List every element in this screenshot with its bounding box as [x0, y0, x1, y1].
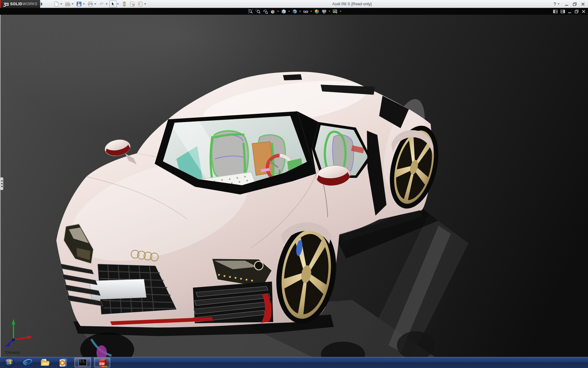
section-view-icon[interactable] [269, 8, 276, 14]
heads-up-toolbar [247, 8, 342, 15]
view-orientation-icon[interactable] [280, 8, 287, 14]
dropdown-caret-icon[interactable] [288, 11, 290, 12]
cmd-prompt-text: C:\_ [80, 360, 85, 363]
options-icon[interactable] [137, 1, 144, 8]
restore-icon[interactable] [575, 10, 579, 13]
close-icon[interactable] [582, 10, 586, 13]
y-axis-arrow [12, 319, 15, 324]
new-document-icon[interactable] [53, 1, 60, 8]
view-settings-icon[interactable] [331, 8, 339, 14]
heads-up-view-bar [0, 8, 588, 15]
titlebar: ƷS SOLID WORKS [0, 0, 588, 8]
pane-right-icon[interactable] [560, 10, 565, 13]
toolbar-flyout-arrow-icon[interactable] [41, 2, 43, 6]
pane-left-icon[interactable] [553, 10, 558, 13]
brand-works: WORKS [23, 2, 37, 6]
internet-explorer-icon[interactable]: e [22, 357, 33, 368]
minimize-icon[interactable] [565, 2, 569, 6]
media-player-icon[interactable] [58, 357, 69, 368]
solidworks-logo: ƷS SOLID WORKS [1, 0, 40, 8]
dropdown-caret-icon[interactable] [329, 11, 330, 12]
collapse-arrow-icon [1, 186, 2, 187]
dropdown-caret-icon[interactable] [60, 3, 62, 5]
restore-icon[interactable] [573, 2, 577, 6]
close-icon[interactable] [581, 2, 585, 6]
dropdown-caret-icon[interactable] [72, 3, 74, 5]
dropdown-caret-icon[interactable] [340, 11, 341, 12]
right-side-intake [193, 282, 273, 323]
license-plate [89, 279, 146, 300]
rebuild-traffic-light-icon[interactable] [121, 1, 128, 8]
dropdown-caret-icon[interactable] [277, 11, 279, 12]
graphics-viewport[interactable]: *Dimetric [0, 15, 588, 357]
save-icon[interactable] [75, 1, 83, 8]
edit-appearance-icon[interactable] [313, 8, 320, 14]
minimize-icon[interactable] [568, 10, 572, 13]
feature-tree-collapse-tab[interactable] [0, 177, 3, 190]
dropdown-caret-icon[interactable] [117, 3, 119, 5]
menu-bar-toolbar [53, 0, 148, 8]
document-window-controls [553, 8, 586, 15]
previous-view-icon[interactable] [262, 8, 269, 14]
dropdown-caret-icon[interactable] [299, 11, 301, 12]
x-axis-arrow [27, 335, 32, 339]
dropdown-caret-icon[interactable] [144, 3, 146, 5]
brand-solid: SOLID [10, 2, 22, 6]
collapse-arrow-icon [1, 183, 2, 185]
hide-show-items-icon[interactable] [302, 8, 309, 14]
audi-r8-model[interactable] [0, 15, 588, 357]
zoom-to-fit-icon[interactable] [247, 8, 254, 14]
view-orientation-label: *Dimetric [4, 350, 21, 355]
start-button[interactable] [3, 357, 15, 368]
solidworks-window: ƷS SOLID WORKS [0, 0, 588, 368]
document-title: Audi R8 S [Read-only] [332, 0, 372, 8]
dropdown-caret-icon[interactable] [106, 3, 107, 5]
sw-year: 2015 [101, 365, 107, 368]
open-icon[interactable] [64, 1, 71, 8]
command-prompt-icon[interactable]: C:\_ [74, 358, 91, 367]
dropdown-caret-icon[interactable] [83, 3, 85, 5]
file-properties-icon[interactable] [129, 1, 136, 8]
display-style-icon[interactable] [291, 8, 298, 14]
zoom-to-area-icon[interactable] [254, 8, 262, 14]
apply-scene-icon[interactable] [320, 8, 328, 14]
print-icon[interactable] [87, 1, 94, 8]
collapse-arrow-icon [1, 180, 2, 182]
select-icon[interactable] [109, 1, 117, 8]
dropdown-caret-icon[interactable] [310, 11, 312, 12]
help-icon[interactable]: ? [553, 2, 556, 6]
solidworks-logo-glyph: ƷS [3, 2, 9, 7]
windows-taskbar: e C:\_ [0, 357, 588, 368]
solidworks-icon[interactable]: SW 2015 [94, 358, 110, 367]
window-controls: ? [553, 0, 585, 8]
undo-icon[interactable] [98, 1, 105, 8]
windows-explorer-icon[interactable] [40, 357, 51, 368]
help-dropdown-caret-icon[interactable] [558, 3, 560, 5]
reference-triad [2, 307, 36, 353]
dropdown-caret-icon[interactable] [94, 3, 96, 5]
